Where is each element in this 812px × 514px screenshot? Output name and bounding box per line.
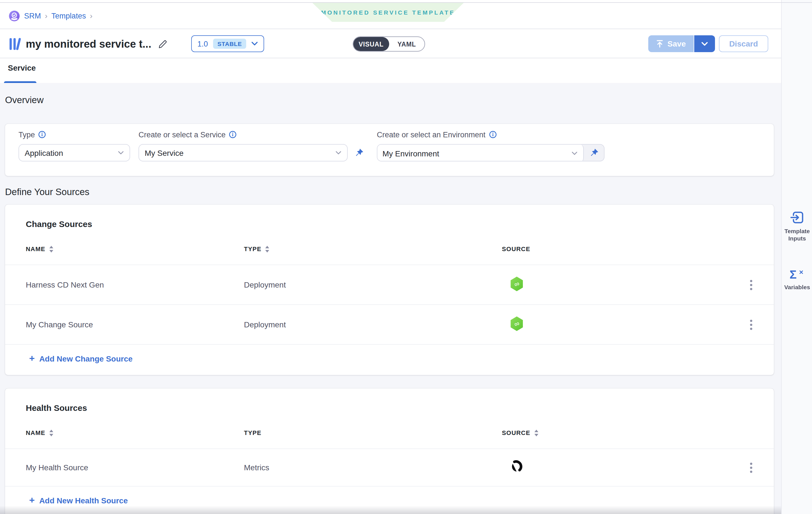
main-content: Overview Type Application C (0, 83, 781, 514)
sort-icon (49, 245, 54, 252)
environment-select[interactable]: My Environment (377, 144, 584, 161)
kebab-menu-icon[interactable] (745, 276, 757, 293)
service-label: Create or select a Service (139, 130, 226, 139)
template-inputs-button[interactable]: Template Inputs (782, 210, 812, 242)
service-select-value: My Service (145, 148, 335, 157)
column-header-source-label: SOURCE (502, 245, 530, 252)
top-divider (0, 2, 812, 3)
chevron-down-icon (252, 41, 258, 46)
harness-cd-icon: ∞ (502, 276, 745, 294)
edit-title-button[interactable] (156, 38, 169, 50)
column-header-name[interactable]: NAME (26, 429, 244, 436)
define-sources-heading: Define Your Sources (5, 185, 781, 199)
column-header-name-label: NAME (26, 429, 46, 436)
column-header-source: SOURCE (502, 245, 745, 252)
pin-environment-button[interactable] (584, 145, 604, 161)
column-header-type: TYPE (244, 429, 502, 436)
visual-yaml-toggle: VISUAL YAML (353, 36, 425, 52)
variables-icon: Σ × (788, 267, 806, 281)
change-source-row[interactable]: Harness CD Next Gen Deployment ∞ (5, 265, 774, 304)
column-header-type-label: TYPE (244, 429, 261, 436)
change-source-type: Deployment (244, 320, 502, 329)
change-sources-header-row: NAME TYPE SOURCE (5, 243, 774, 254)
column-header-source-label: SOURCE (502, 429, 530, 436)
svg-text:×: × (799, 268, 803, 276)
change-source-name: Harness CD Next Gen (26, 280, 244, 289)
edit-pencil-icon (157, 39, 168, 49)
monitored-service-template-editor: SRM › Templates › MONITORED SERVICE TEMP… (0, 0, 812, 514)
sort-icon (49, 429, 54, 436)
template-library-icon (9, 37, 21, 51)
sort-icon (533, 429, 539, 436)
chevron-down-icon (572, 151, 578, 155)
version-stability-badge: STABLE (213, 39, 246, 49)
health-source-type: Metrics (244, 463, 502, 472)
save-options-button[interactable] (694, 35, 715, 52)
column-header-type[interactable]: TYPE (244, 245, 502, 252)
page-title: my monitored service t... (26, 38, 151, 50)
column-header-name-label: NAME (26, 245, 46, 252)
add-new-change-source-button[interactable]: + Add New Change Source (26, 354, 136, 364)
harness-cd-icon: ∞ (502, 316, 745, 333)
type-label: Type (19, 130, 35, 139)
add-new-health-source-button[interactable]: + Add New Health Source (26, 495, 131, 506)
type-field: Type Application (19, 129, 130, 161)
environment-select-value: My Environment (382, 149, 572, 158)
health-sources-card: Health Sources NAME TYPE SOURCE (5, 388, 774, 514)
breadcrumb-separator: › (90, 11, 92, 20)
health-sources-title: Health Sources (5, 388, 774, 413)
svg-text:Σ: Σ (789, 268, 796, 281)
add-change-source-row: + Add New Change Source (5, 344, 774, 364)
kebab-menu-icon[interactable] (745, 316, 757, 333)
version-selector[interactable]: 1.0 STABLE (191, 35, 264, 52)
info-icon[interactable] (489, 130, 497, 139)
toggle-yaml[interactable]: YAML (389, 37, 425, 51)
health-source-icon (502, 460, 745, 475)
change-source-name: My Change Source (26, 320, 244, 329)
discard-button[interactable]: Discard (719, 35, 768, 52)
environment-select-group: My Environment (377, 144, 605, 161)
column-header-source[interactable]: SOURCE (502, 429, 745, 436)
column-header-name[interactable]: NAME (26, 245, 244, 252)
overview-card: Type Application Create or select a Serv… (5, 124, 774, 176)
variables-button[interactable]: Σ × Variables (782, 267, 812, 291)
environment-field: Create or select an Environment My Envir… (377, 129, 605, 161)
add-health-source-row: + Add New Health Source (5, 486, 774, 506)
plus-icon: + (29, 355, 35, 363)
add-new-change-source-label: Add New Change Source (39, 354, 133, 363)
info-icon[interactable] (38, 130, 46, 139)
change-sources-title: Change Sources (5, 205, 774, 229)
screenshot-stage: SRM › Templates › MONITORED SERVICE TEMP… (0, 0, 812, 514)
chevron-down-icon (118, 151, 124, 155)
info-icon[interactable] (229, 130, 237, 139)
pin-icon (354, 148, 364, 157)
column-header-type-label: TYPE (244, 245, 261, 252)
change-source-type: Deployment (244, 280, 502, 289)
save-button[interactable]: Save (648, 35, 694, 52)
breadcrumb-templates-link[interactable]: Templates (51, 11, 86, 20)
sort-icon (265, 245, 270, 252)
health-source-row[interactable]: My Health Source Metrics (5, 448, 774, 486)
change-sources-card: Change Sources NAME TYPE SOURCE (5, 205, 774, 375)
toggle-visual[interactable]: VISUAL (353, 37, 389, 51)
save-split-button: Save (648, 35, 715, 52)
chevron-down-icon (701, 41, 708, 46)
add-new-health-source-label: Add New Health Source (39, 496, 128, 505)
health-source-name: My Health Source (26, 463, 244, 472)
change-source-row[interactable]: My Change Source Deployment ∞ (5, 304, 774, 344)
type-select[interactable]: Application (19, 144, 130, 161)
plus-icon: + (29, 496, 35, 505)
template-inputs-icon (790, 210, 805, 225)
service-select[interactable]: My Service (139, 144, 348, 161)
save-button-label: Save (668, 39, 686, 48)
service-field: Create or select a Service My Service (139, 129, 367, 161)
kebab-menu-icon[interactable] (745, 459, 757, 476)
pin-service-button[interactable] (351, 144, 367, 161)
template-inputs-label: Template Inputs (783, 228, 812, 242)
active-tab-underline (4, 81, 36, 83)
srm-logo-icon (9, 10, 20, 21)
variables-label: Variables (783, 283, 812, 291)
breadcrumb-srm-link[interactable]: SRM (24, 11, 41, 20)
environment-label: Create or select an Environment (377, 130, 485, 139)
tab-service[interactable]: Service (8, 63, 36, 72)
